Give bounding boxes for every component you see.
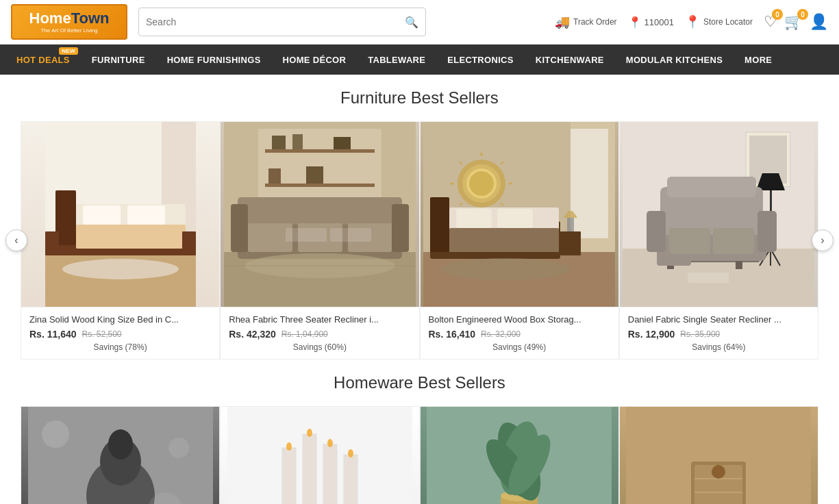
store-locator[interactable]: 📍 Store Locator — [685, 14, 753, 29]
price-original-1: Rs. 52,500 — [82, 329, 122, 339]
svg-rect-59 — [567, 218, 574, 231]
svg-rect-56 — [456, 209, 492, 228]
store-icon: 📍 — [685, 14, 700, 29]
price-savings-4: Savings (64%) — [628, 342, 810, 352]
svg-rect-58 — [560, 231, 581, 255]
price-current-3: Rs. 16,410 — [429, 329, 476, 340]
svg-rect-17 — [265, 184, 375, 187]
carousel-left-arrow[interactable]: ‹ — [5, 229, 27, 251]
svg-rect-78 — [757, 211, 777, 252]
svg-rect-11 — [182, 231, 196, 255]
homeware-card-3[interactable] — [420, 406, 619, 504]
nav-item-furniture[interactable]: FURNITURE — [81, 45, 156, 75]
svg-rect-24 — [238, 197, 402, 225]
nav-item-tableware[interactable]: TABLEWARE — [357, 45, 436, 75]
pincode-value: 110001 — [644, 17, 674, 27]
svg-rect-95 — [344, 455, 358, 504]
carousel-right-arrow[interactable]: › — [812, 229, 834, 251]
store-locator-label: Store Locator — [703, 17, 753, 27]
svg-rect-53 — [430, 197, 449, 252]
price-savings-2: Savings (60%) — [229, 342, 410, 352]
cart-button[interactable]: 🛒 0 — [784, 13, 803, 31]
cart-area: ♡ 0 🛒 0 👤 — [764, 13, 828, 31]
homeware-card-2[interactable] — [220, 406, 419, 504]
search-bar[interactable]: 🔍 — [138, 8, 426, 36]
track-order-label: Track Order — [573, 17, 617, 27]
svg-rect-55 — [449, 228, 559, 252]
svg-rect-93 — [303, 434, 316, 504]
svg-rect-82 — [688, 273, 729, 283]
location-icon: 📍 — [628, 16, 642, 29]
svg-rect-79 — [669, 228, 710, 254]
nav-item-hot-deals[interactable]: HOT DEALS NEW — [5, 45, 81, 75]
svg-rect-77 — [647, 211, 666, 252]
svg-point-87 — [42, 420, 69, 448]
product-info-3: Bolton Engineered Wood Box Storag... Rs.… — [421, 307, 618, 359]
header: Home Town The Art Of Better Living 🔍 🚚 T… — [0, 0, 839, 45]
svg-point-86 — [108, 429, 133, 459]
svg-point-115 — [712, 465, 725, 479]
nav-item-home-decor[interactable]: HOME DÉCOR — [272, 45, 358, 75]
svg-rect-10 — [45, 231, 59, 255]
svg-rect-16 — [265, 149, 375, 153]
homeware-image-2 — [221, 407, 418, 504]
truck-icon: 🚚 — [555, 14, 570, 29]
nav-item-home-furnishings[interactable]: HOME FURNISHINGS — [156, 45, 272, 75]
svg-rect-18 — [272, 136, 286, 149]
svg-rect-8 — [127, 205, 165, 227]
price-original-3: Rs. 32,000 — [481, 329, 521, 339]
products-row: Zina Solid Wood King Size Bed in C... Rs… — [21, 121, 818, 360]
product-pricing-4: Rs. 12,900 Rs. 35,900 — [628, 329, 810, 340]
homeware-section-title: Homeware Best Sellers — [0, 373, 839, 392]
pincode[interactable]: 📍 110001 — [628, 16, 674, 29]
nav-item-electronics[interactable]: ELECTRONICS — [436, 45, 524, 75]
svg-rect-76 — [667, 177, 756, 197]
homeware-card-1[interactable] — [21, 406, 220, 504]
cart-count: 0 — [797, 9, 808, 20]
product-image-4 — [620, 122, 818, 307]
track-order[interactable]: 🚚 Track Order — [555, 14, 617, 29]
new-badge: NEW — [59, 47, 78, 55]
logo-home: Home — [29, 11, 71, 26]
product-info-2: Rhea Fabric Three Seater Recliner i... R… — [221, 307, 418, 359]
svg-point-88 — [168, 438, 189, 458]
homeware-section: Homeware Best Sellers — [0, 373, 839, 504]
product-image-2 — [221, 122, 418, 307]
product-pricing-1: Rs. 11,640 Rs. 52,500 — [29, 329, 211, 340]
svg-point-61 — [440, 258, 571, 280]
product-pricing-3: Rs. 16,410 Rs. 32,000 — [429, 329, 610, 340]
furniture-section: Furniture Best Sellers ‹ — [0, 88, 839, 360]
nav-item-more[interactable]: MORE — [734, 45, 783, 75]
product-card-2[interactable]: Rhea Fabric Three Seater Recliner i... R… — [220, 121, 419, 360]
svg-rect-21 — [268, 168, 281, 184]
product-info-4: Daniel Fabric Single Seater Recliner ...… — [620, 307, 818, 359]
svg-point-98 — [327, 439, 333, 447]
svg-rect-25 — [231, 204, 248, 252]
svg-rect-80 — [713, 228, 754, 254]
wishlist-count: 0 — [772, 9, 783, 20]
product-name-1: Zina Solid Wood King Size Bed in C... — [29, 314, 211, 325]
nav-item-modular-kitchens[interactable]: MODULAR KITCHENS — [615, 45, 734, 75]
search-input[interactable] — [146, 16, 405, 27]
price-original-4: Rs. 35,900 — [680, 329, 720, 339]
nav-item-kitchenware[interactable]: KITCHENWARE — [525, 45, 615, 75]
svg-rect-9 — [76, 225, 186, 249]
product-pricing-2: Rs. 42,320 Rs. 1,04,900 — [229, 329, 410, 340]
svg-rect-92 — [282, 448, 296, 504]
price-savings-1: Savings (78%) — [29, 342, 211, 352]
product-card-3[interactable]: Bolton Engineered Wood Box Storag... Rs.… — [420, 121, 619, 360]
product-card-1[interactable]: Zina Solid Wood King Size Bed in C... Rs… — [21, 121, 220, 360]
logo[interactable]: Home Town The Art Of Better Living — [11, 4, 127, 40]
price-original-2: Rs. 1,04,900 — [281, 329, 328, 339]
wishlist-button[interactable]: ♡ 0 — [764, 13, 777, 31]
svg-rect-91 — [227, 407, 412, 504]
product-name-2: Rhea Fabric Three Seater Recliner i... — [229, 314, 410, 325]
svg-rect-94 — [323, 444, 337, 504]
product-name-3: Bolton Engineered Wood Box Storag... — [429, 314, 610, 325]
search-button[interactable]: 🔍 — [405, 16, 418, 29]
user-button[interactable]: 👤 — [810, 13, 828, 31]
product-card-4[interactable]: Daniel Fabric Single Seater Recliner ...… — [619, 121, 818, 360]
homeware-card-4[interactable] — [619, 406, 818, 504]
homeware-image-1 — [21, 407, 219, 504]
homeware-image-4 — [620, 407, 818, 504]
